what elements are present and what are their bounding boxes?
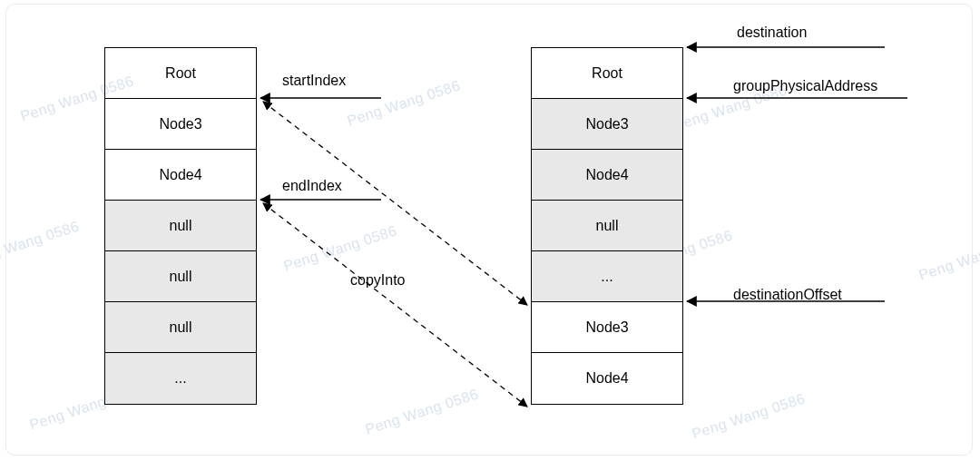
stack-cell: Node3	[105, 99, 256, 150]
label-destination: destination	[737, 25, 807, 41]
label-endindex: endIndex	[282, 178, 342, 194]
stack-cell: Node3	[532, 99, 682, 150]
stack-cell: Node4	[532, 353, 682, 404]
stack-cell: Root	[105, 48, 256, 99]
stack-cell: Root	[532, 48, 682, 99]
stack-cell: ...	[105, 353, 256, 404]
stack-cell: ...	[532, 251, 682, 302]
source-stack: RootNode3Node4nullnullnull...	[104, 47, 257, 405]
stack-cell: Node4	[105, 150, 256, 201]
stack-cell: null	[105, 302, 256, 353]
stack-cell: null	[532, 201, 682, 251]
label-startindex: startIndex	[282, 73, 346, 89]
stack-cell: null	[105, 201, 256, 251]
destination-stack: RootNode3Node4null...Node3Node4	[531, 47, 683, 405]
stack-cell: Node3	[532, 302, 682, 353]
label-destinationoffset: destinationOffset	[733, 287, 842, 303]
label-groupphysicaladdress: groupPhysicalAddress	[733, 78, 877, 94]
label-copyinto: copyInto	[350, 272, 405, 289]
stack-cell: null	[105, 251, 256, 302]
stack-cell: Node4	[532, 150, 682, 201]
